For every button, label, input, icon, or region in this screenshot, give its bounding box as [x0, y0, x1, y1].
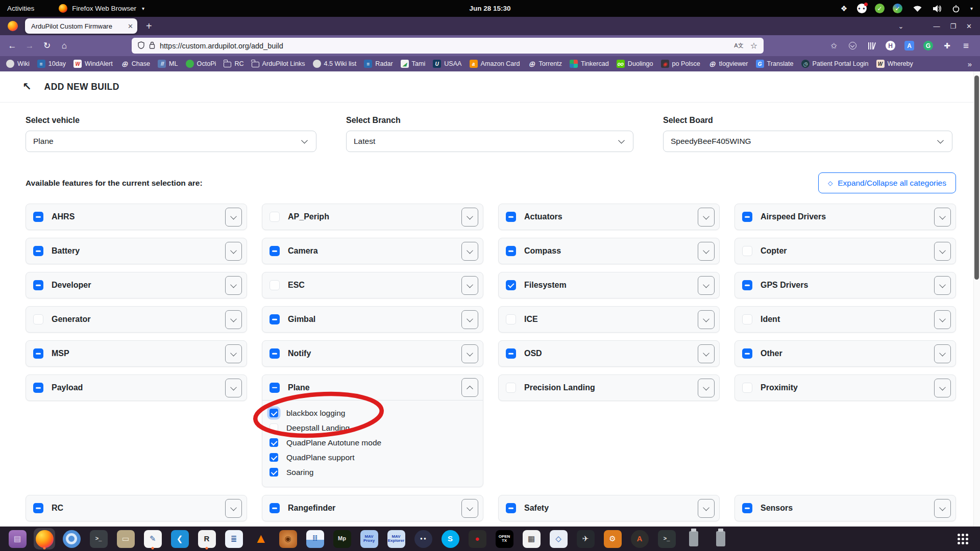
bookmark-radar[interactable]: ≡Radar — [364, 60, 393, 68]
tab-close-icon[interactable]: ✕ — [124, 22, 133, 30]
scrollbar-thumb[interactable] — [974, 76, 979, 280]
checkbox-plane[interactable] — [270, 383, 280, 393]
expand-button-rangefinder[interactable] — [461, 499, 478, 518]
menu-icon[interactable]: ≡ — [961, 41, 971, 51]
expand-button-compass[interactable] — [698, 242, 715, 261]
checkbox-airspeed-drivers[interactable] — [742, 212, 752, 222]
translate-page-icon[interactable]: A文 — [734, 42, 743, 49]
checkbox-rangefinder[interactable] — [270, 503, 280, 513]
checkbox-developer[interactable] — [33, 280, 43, 290]
bookmark-whereby[interactable]: WWhereby — [876, 60, 913, 68]
bookmark-chase[interactable]: ⊕Chase — [120, 60, 150, 68]
dock-item-purple-files[interactable]: ▤ — [7, 528, 28, 549]
dock-item-files[interactable]: ▭ — [115, 528, 136, 549]
todo-check-icon[interactable]: ✓ — [875, 4, 885, 13]
dock-item-arduino[interactable]: A — [629, 528, 650, 549]
bookmark-star-icon[interactable]: ☆ — [750, 41, 757, 51]
clock[interactable]: Jun 28 15:30 — [0, 5, 980, 12]
dock-item-vscode[interactable]: ❮ — [169, 528, 190, 549]
app-menu[interactable]: Firefox Web Browser ▾ — [59, 4, 144, 13]
dock-item-mission-planner[interactable]: Mp — [331, 528, 353, 549]
expand-button-plane[interactable] — [461, 378, 478, 397]
bookmark-amazon-card[interactable]: aAmazon Card — [470, 60, 520, 68]
library-icon[interactable] — [867, 41, 876, 51]
checkbox-camera[interactable] — [270, 246, 280, 256]
expand-button-developer[interactable] — [225, 276, 242, 295]
checkbox-ap-periph[interactable] — [270, 212, 280, 222]
checkbox-osd[interactable] — [506, 348, 516, 359]
checkbox-soaring[interactable] — [270, 468, 278, 477]
dock-item-chromium[interactable] — [61, 528, 82, 549]
dock-item-firefox[interactable] — [34, 528, 55, 549]
bookmark-tlogviewer[interactable]: ⊕tlogviewer — [708, 60, 748, 68]
checkbox-ahrs[interactable] — [33, 212, 43, 222]
checkbox-rc[interactable] — [33, 503, 43, 513]
bookmark-duolingo[interactable]: ooDuolingo — [617, 60, 653, 68]
checkbox-ice[interactable] — [506, 314, 516, 324]
shield-icon[interactable] — [138, 41, 144, 51]
vehicle-select[interactable]: Plane — [26, 131, 316, 152]
grammarly-icon[interactable]: G — [923, 41, 933, 51]
dock-item-opentx[interactable]: OPEN TX — [494, 528, 515, 549]
dock-item-libreoffice-writer[interactable]: ≣ — [223, 528, 244, 549]
expand-button-gps-drivers[interactable] — [934, 276, 951, 295]
checkbox-notify[interactable] — [270, 348, 280, 359]
dock-item-virtualbox[interactable]: ◇ — [548, 528, 569, 549]
checkbox-copter[interactable] — [742, 246, 752, 256]
expand-button-ap-periph[interactable] — [461, 208, 478, 227]
bookmark-windalert[interactable]: WWindAlert — [74, 60, 113, 68]
dock-item-vlc[interactable]: ▲ — [250, 528, 272, 549]
branch-select[interactable]: Latest — [346, 131, 633, 152]
checkbox-compass[interactable] — [506, 246, 516, 256]
list-tabs-chevron[interactable]: ⌄ — [898, 22, 904, 30]
checkbox-payload[interactable] — [33, 383, 43, 393]
dock-item-text-editor[interactable]: ✎ — [142, 528, 163, 549]
sync-check-icon[interactable]: ✓ — [893, 4, 902, 13]
dock-item-skype[interactable]: S — [439, 528, 461, 549]
expand-button-osd[interactable] — [698, 344, 715, 363]
dock-item-mavproxy[interactable]: MAV Proxy — [358, 528, 380, 549]
expand-button-payload[interactable] — [225, 379, 242, 397]
bookmark-wiki[interactable]: Wiki — [6, 60, 30, 68]
expand-button-battery[interactable] — [225, 242, 242, 261]
dock-item-spiral-app[interactable]: ◉ — [277, 528, 299, 549]
expand-button-esc[interactable] — [461, 276, 478, 295]
back-arrow-icon[interactable]: ↖ — [22, 81, 32, 93]
expand-button-msp[interactable] — [225, 344, 242, 363]
new-tab-button[interactable]: + — [146, 20, 152, 32]
checkbox-battery[interactable] — [33, 246, 43, 256]
close-button[interactable]: ✕ — [966, 22, 972, 30]
expand-button-sensors[interactable] — [934, 499, 951, 518]
checkbox-blackbox-logging[interactable] — [270, 409, 278, 417]
restore-button[interactable]: ❐ — [950, 22, 956, 30]
bookmark-ardupilot-links[interactable]: ArduPilot Links — [252, 60, 305, 67]
checkbox-safety[interactable] — [506, 503, 516, 513]
bookmark-octopi[interactable]: OctoPi — [186, 60, 216, 68]
bookmark-tami[interactable]: ◢Tami — [401, 60, 426, 68]
page-scrollbar[interactable] — [973, 71, 980, 527]
dock-item-usb-drive-2[interactable] — [710, 528, 731, 549]
checkbox-sensors[interactable] — [742, 503, 752, 513]
h-extension-icon[interactable]: H — [886, 41, 895, 51]
dock-item-terminal[interactable]: >_ — [88, 528, 109, 549]
dock-item-flight-app[interactable]: ✈ — [575, 528, 596, 549]
bookmarks-overflow-chevron[interactable]: » — [968, 60, 974, 68]
dock-item-terminal-2[interactable]: >_ — [656, 528, 677, 549]
bookmark-patient-portal-login[interactable]: ◷Patient Portal Login — [801, 60, 869, 68]
expand-button-airspeed-drivers[interactable] — [934, 208, 951, 227]
dock-item-orange-tool[interactable]: ⚙ — [602, 528, 623, 549]
tab-ardupilot-custom-firmware[interactable]: ArduPilot Custom Firmware ✕ — [25, 18, 137, 34]
checkbox-quadplane-autotune-mode[interactable] — [270, 438, 278, 447]
expand-button-generator[interactable] — [225, 310, 242, 329]
expand-button-gimbal[interactable] — [461, 310, 478, 329]
expand-button-filesystem[interactable] — [698, 276, 715, 295]
dock-item-snap-store[interactable]: ⠿ — [304, 528, 326, 549]
expand-button-other[interactable] — [934, 344, 951, 363]
expand-button-notify[interactable] — [461, 344, 478, 363]
checkbox-proximity[interactable] — [742, 383, 752, 393]
bookmark-ml[interactable]: ⠿ML — [158, 60, 178, 68]
bookmark-4-5-wiki-list[interactable]: 4.5 Wiki list — [313, 60, 357, 68]
bookmark-torrentz[interactable]: ⊕Torrentz — [528, 60, 562, 68]
dock-item-screen-recorder[interactable]: ● — [467, 528, 488, 549]
bookmark-tinkercad[interactable]: Tinkercad — [570, 60, 609, 68]
